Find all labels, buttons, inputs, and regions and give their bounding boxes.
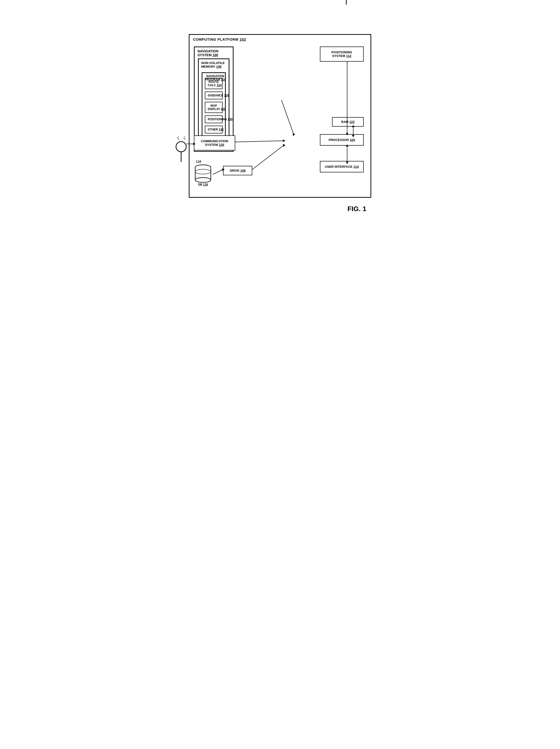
db-cylinder-group: DB 116 [194,164,212,186]
nav-system-label: NAVIGATION SYSTEM 100 [198,49,233,57]
computing-platform-box: COMPUTING PLATFORM 102 NAVIGATION SYSTEM… [189,34,371,198]
top-antenna: ☇ ☇ [341,0,352,5]
non-volatile-memory-box: NON-VOLATILE MEMORY 108 NAVIGATION PROGR… [198,59,229,143]
db-cylinder-svg [194,164,212,184]
svg-point-5 [195,169,211,174]
module-map-display: MAP DISPLAY 128 [205,102,223,113]
antenna-stick-top [346,0,346,5]
drive-box: DRIVE 106 [223,166,252,175]
navigation-program-box: NAVIGATION PROGRAM 110 ROUTE CALC 124 GU… [202,72,226,139]
db-ref-label: 118 [196,160,212,164]
module-guidance: GUIDANCE 126 [205,91,223,99]
db-container: 118 [194,160,212,186]
lightning-comm-right: ☇ [183,135,186,141]
left-column: NAVIGATION SYSTEM 100 NON-VOLATILE MEMOR… [194,39,276,185]
main-layout: NAVIGATION SYSTEM 100 NON-VOLATILE MEMOR… [194,39,366,185]
antenna-stick-comm [181,152,181,162]
left-antenna: ☇ ☇ [176,135,186,162]
svg-point-4 [195,177,211,183]
user-interface-box: USER INTERFACE 114 [320,161,364,172]
positioning-system-box: POSITIONING SYSTEM 112 [320,46,364,62]
nvm-label: NON-VOLATILE MEMORY 108 [201,61,229,68]
antenna-circle-comm [176,141,186,152]
page-container: ☇ ☇ COMPUTING PLATFORM 102 NAVIGATION SY… [189,5,371,213]
nav-program-label: NAVIGATION PROGRAM 110 [205,74,226,81]
communication-system-box: COMMUNICATION SYSTEM 120 [194,135,235,150]
module-other: OTHER 132 [205,126,223,133]
module-positioning: POSITIONING 130 [205,115,223,123]
right-column: POSITIONING SYSTEM 112 RAM 122 PROCESSOR… [276,39,366,185]
ram-box: RAM 122 [332,117,364,127]
figure-label: FIG. 1 [189,205,371,213]
processor-box: PROCESSOR 104 [320,134,364,146]
lightning-comm-left: ☇ [177,135,179,141]
